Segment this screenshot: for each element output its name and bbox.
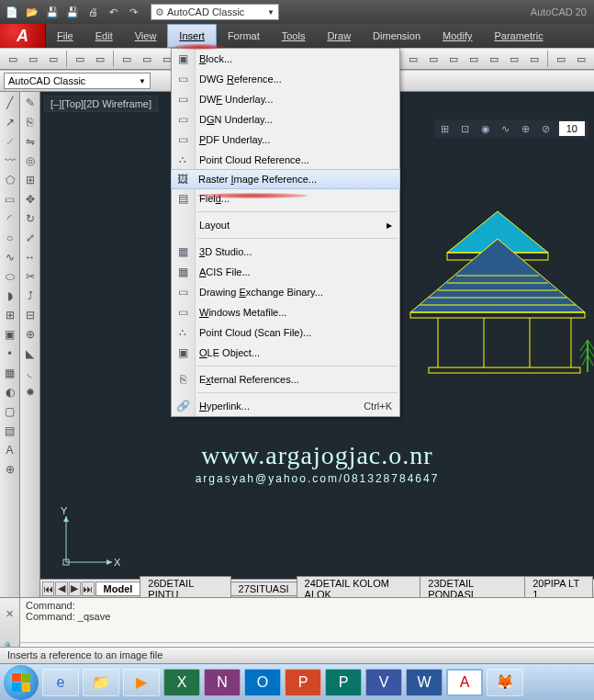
tab-prev-icon[interactable]: ◀ <box>55 581 67 596</box>
tb-misc3-icon[interactable]: ▭ <box>444 50 463 68</box>
point-icon[interactable]: • <box>2 345 18 362</box>
menu-item-hyperlink[interactable]: 🔗Hyperlink...Ctrl+K <box>172 396 399 416</box>
viewport-controls[interactable]: [–][Top][2D Wireframe] <box>44 96 158 112</box>
tb-save-icon[interactable]: ▭ <box>44 50 62 68</box>
task-explorer[interactable]: 📁 <box>83 669 119 696</box>
task-powerpoint[interactable]: P <box>285 669 321 696</box>
polyline-icon[interactable]: ↗ <box>2 114 18 130</box>
offset-icon[interactable]: ◎ <box>22 152 39 169</box>
tb-preview-icon[interactable]: ▭ <box>91 50 109 68</box>
menu-item-point-cloud-scan[interactable]: ∴Point Cloud (Scan File)... <box>172 322 399 343</box>
tab-first-icon[interactable]: ⏮ <box>42 581 54 596</box>
menu-item-block[interactable]: ▣Block... <box>172 49 399 69</box>
start-button[interactable] <box>4 665 39 700</box>
tb-misc9-icon[interactable]: ▭ <box>572 50 590 68</box>
explode-icon[interactable]: ✸ <box>22 384 39 401</box>
menu-item-3d-studio[interactable]: ▦3D Studio... <box>172 242 399 262</box>
task-media[interactable]: ▶ <box>123 669 160 696</box>
tb-misc1-icon[interactable]: ▭ <box>404 50 422 68</box>
menu-item-wmf[interactable]: ▭Windows Metafile... <box>172 302 399 322</box>
tab-layout-2[interactable]: 27SITUASI <box>230 581 297 596</box>
chamfer-icon[interactable]: ◣ <box>22 345 39 362</box>
tab-layout-4[interactable]: 23DETAIL PONDASI <box>420 576 525 598</box>
rectangle-icon[interactable]: ▭ <box>2 191 18 208</box>
redo-icon[interactable]: ↷ <box>125 4 141 20</box>
close-icon[interactable]: ✕ <box>6 608 14 620</box>
make-block-icon[interactable]: ▣ <box>2 326 18 343</box>
workspace-dropdown-2[interactable]: AutoCAD Classic ▼ <box>4 73 151 89</box>
tb-new-icon[interactable]: ▭ <box>4 50 22 68</box>
task-visio[interactable]: V <box>365 669 402 696</box>
menu-item-dwf-underlay[interactable]: ▭DWF Underlay... <box>172 89 399 109</box>
tb-plot-icon[interactable]: ▭ <box>71 50 89 68</box>
saveas-icon[interactable]: 💾 <box>64 4 81 20</box>
tb-copy-icon[interactable]: ▭ <box>138 50 156 68</box>
menu-item-pdf-underlay[interactable]: ▭PDF Underlay... <box>172 130 399 150</box>
line-icon[interactable]: ╱ <box>2 95 18 111</box>
menu-modify[interactable]: Modify <box>431 24 483 48</box>
plot-icon[interactable]: 🖨 <box>84 4 101 20</box>
menu-item-external-references[interactable]: ⎘External References... <box>172 369 399 390</box>
ellipse-arc-icon[interactable]: ◗ <box>2 288 18 304</box>
task-autocad[interactable]: A <box>446 669 483 696</box>
menu-parametric[interactable]: Parametric <box>483 24 554 48</box>
menu-dimension[interactable]: Dimension <box>362 24 431 48</box>
move-icon[interactable]: ✥ <box>22 191 39 208</box>
tab-last-icon[interactable]: ⏭ <box>82 581 94 596</box>
extend-icon[interactable]: ⤴ <box>22 288 39 304</box>
nav-value[interactable]: 10 <box>559 121 585 136</box>
region-icon[interactable]: ▢ <box>2 403 18 420</box>
task-ie[interactable]: e <box>42 669 79 696</box>
nav-tool-3-icon[interactable]: ◉ <box>478 121 493 136</box>
menu-file[interactable]: File <box>46 24 84 48</box>
pline-icon[interactable]: 〰 <box>2 152 18 169</box>
tb-misc4-icon[interactable]: ▭ <box>465 50 483 68</box>
addsel-icon[interactable]: ⊕ <box>2 461 18 478</box>
menu-format[interactable]: Format <box>217 24 271 48</box>
menu-draw[interactable]: Draw <box>316 24 362 48</box>
trim-icon[interactable]: ✂ <box>22 268 39 285</box>
task-excel[interactable]: X <box>163 669 200 696</box>
nav-tool-1-icon[interactable]: ⊞ <box>438 121 453 136</box>
menu-item-dwg-reference[interactable]: ▭DWG Reference... <box>172 69 399 89</box>
task-firefox[interactable]: 🦊 <box>487 669 523 696</box>
task-outlook[interactable]: O <box>244 669 281 696</box>
menu-item-acis-file[interactable]: ▦ACIS File... <box>172 262 399 282</box>
workspace-dropdown[interactable]: ⚙ AutoCAD Classic ▼ <box>151 4 279 20</box>
rotate-icon[interactable]: ↻ <box>22 210 39 227</box>
nav-tool-6-icon[interactable]: ⊘ <box>539 121 554 136</box>
circle-icon[interactable]: ○ <box>2 230 18 246</box>
app-menu-button[interactable]: A <box>0 24 46 48</box>
join-icon[interactable]: ⊕ <box>22 326 39 343</box>
fillet-icon[interactable]: ◟ <box>22 365 39 381</box>
gradient-icon[interactable]: ◐ <box>2 384 18 401</box>
menu-item-point-cloud-reference[interactable]: ∴Point Cloud Reference... <box>172 150 399 170</box>
menu-item-dgn-underlay[interactable]: ▭DGN Underlay... <box>172 109 399 130</box>
tb-misc6-icon[interactable]: ▭ <box>505 50 523 68</box>
menu-tools[interactable]: Tools <box>271 24 317 48</box>
save-icon[interactable]: 💾 <box>44 4 61 20</box>
new-icon[interactable]: 📄 <box>4 4 20 20</box>
task-word[interactable]: W <box>406 669 443 696</box>
stretch-icon[interactable]: ↔ <box>22 249 39 265</box>
menu-view[interactable]: View <box>124 24 168 48</box>
undo-icon[interactable]: ↶ <box>105 4 121 20</box>
nav-tool-2-icon[interactable]: ⊡ <box>458 121 473 136</box>
table-icon[interactable]: ▤ <box>2 423 18 439</box>
xline-icon[interactable]: ⟋ <box>2 133 18 150</box>
spline-icon[interactable]: ∿ <box>2 249 18 265</box>
tab-layout-1[interactable]: 26DETAIL PINTU <box>140 576 230 598</box>
tab-next-icon[interactable]: ▶ <box>69 581 81 596</box>
tab-layout-5[interactable]: 20PIPA LT 1 <box>524 576 593 598</box>
tab-layout-3[interactable]: 24DETAIL KOLOM ALOK <box>297 576 421 598</box>
copy-icon[interactable]: ⎘ <box>22 114 39 130</box>
tb-misc8-icon[interactable]: ▭ <box>552 50 570 68</box>
tb-open-icon[interactable]: ▭ <box>24 50 42 68</box>
menu-item-field[interactable]: ▤Field... <box>172 188 399 209</box>
task-publisher[interactable]: P <box>325 669 362 696</box>
insert-block-icon[interactable]: ⊞ <box>2 307 18 323</box>
tab-model[interactable]: Model <box>95 581 141 596</box>
open-icon[interactable]: 📂 <box>24 4 40 20</box>
tb-misc2-icon[interactable]: ▭ <box>424 50 443 68</box>
tb-cut-icon[interactable]: ▭ <box>118 50 136 68</box>
